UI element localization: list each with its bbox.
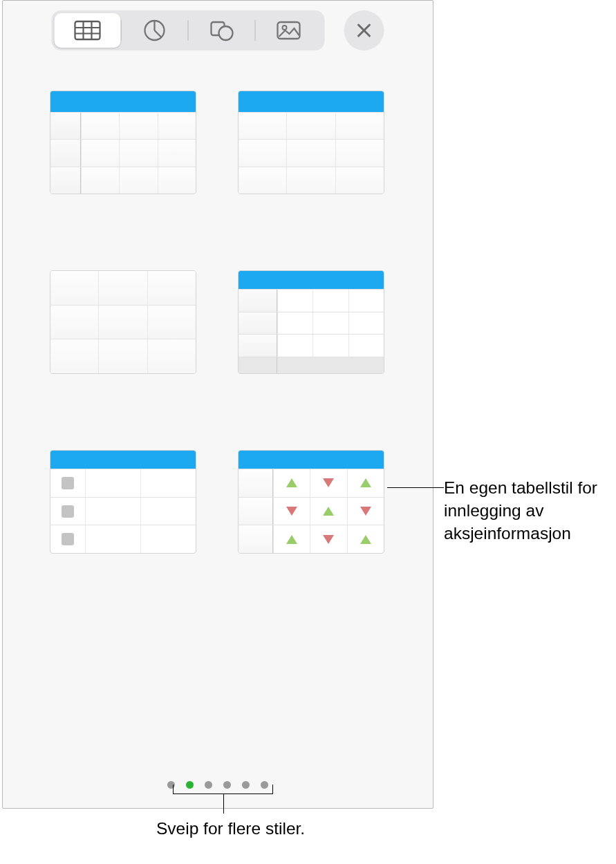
triangle-down-icon — [360, 507, 371, 516]
media-icon — [276, 20, 302, 41]
triangle-up-icon — [323, 507, 334, 516]
tab-chart[interactable] — [122, 13, 188, 48]
table-style-grid — [3, 84, 433, 554]
table-style-header-row-and-column[interactable] — [50, 91, 196, 194]
chart-icon — [143, 19, 167, 42]
svg-point-7 — [219, 26, 233, 40]
tab-table[interactable] — [55, 13, 121, 48]
svg-rect-0 — [75, 21, 100, 39]
insert-panel — [2, 0, 433, 809]
triangle-down-icon — [323, 478, 334, 487]
category-toolbar — [52, 10, 384, 50]
checkbox-icon — [62, 533, 74, 545]
triangle-up-icon — [286, 535, 297, 544]
tab-shape[interactable] — [189, 13, 255, 48]
checkbox-icon — [62, 477, 74, 489]
triangle-up-icon — [360, 535, 371, 544]
shape-icon — [209, 19, 234, 41]
table-style-plain[interactable] — [50, 270, 196, 374]
close-icon — [357, 23, 372, 38]
checkbox-icon — [62, 505, 74, 518]
callout-swipe-hint: Sveip for flere stiler. — [173, 785, 273, 794]
table-style-checklist[interactable] — [50, 450, 196, 554]
table-style-stock[interactable] — [238, 450, 384, 554]
table-style-header-footer[interactable] — [238, 270, 384, 374]
triangle-down-icon — [323, 535, 334, 544]
tab-media[interactable] — [256, 13, 322, 48]
triangle-down-icon — [286, 507, 297, 516]
triangle-up-icon — [286, 478, 297, 487]
svg-point-9 — [283, 26, 287, 30]
callout-stock-style-text: En egen tabellstil for innlegging av aks… — [444, 476, 616, 545]
callout-swipe-hint-text: Sveip for flere stiler. — [156, 819, 305, 838]
close-button[interactable] — [344, 10, 384, 50]
table-style-header-row[interactable] — [238, 91, 384, 194]
table-icon — [74, 20, 102, 41]
triangle-up-icon — [360, 478, 371, 487]
category-segmented-control — [52, 10, 325, 50]
